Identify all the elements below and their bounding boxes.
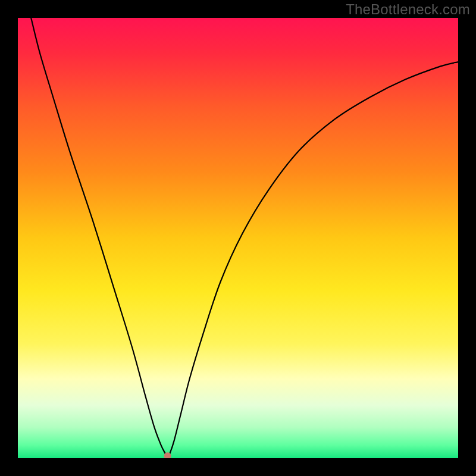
gradient-background bbox=[18, 18, 458, 458]
watermark-text: TheBottleneck.com bbox=[346, 1, 470, 18]
plot-area bbox=[18, 18, 458, 458]
chart-svg bbox=[18, 18, 458, 458]
chart-frame: TheBottleneck.com bbox=[0, 0, 476, 476]
